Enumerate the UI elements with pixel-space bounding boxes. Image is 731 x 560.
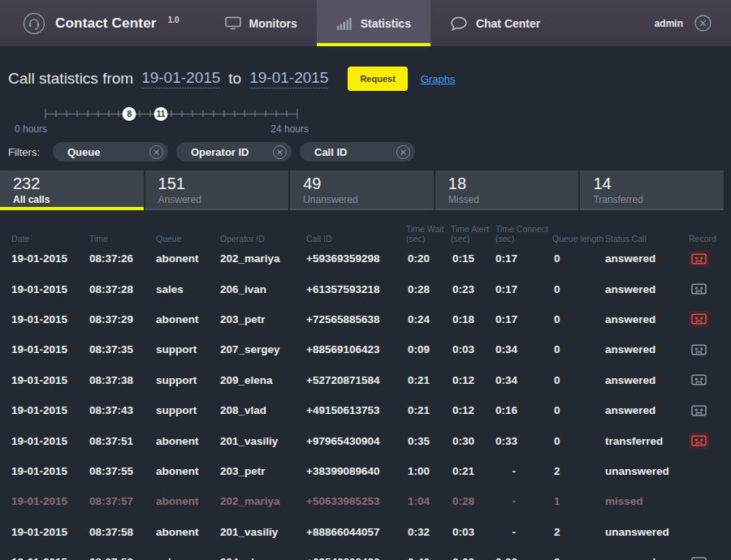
slider-handle-from[interactable]: 8 (123, 107, 136, 121)
cell-time: 08:37:29 (89, 313, 156, 325)
slider-tick (297, 109, 298, 119)
slider-tick (223, 110, 224, 117)
record-cassette-icon[interactable] (689, 342, 709, 358)
cell-operator-id: 202_mariya (220, 495, 306, 507)
card-missed[interactable]: 18 Missed (435, 170, 579, 210)
record-cassette-icon[interactable] (689, 554, 709, 560)
bar-chart-icon (336, 17, 353, 30)
record-cassette-icon[interactable] (689, 433, 709, 449)
card-all-calls[interactable]: 232 All calls (0, 170, 144, 210)
card-unanswered-value: 49 (303, 174, 434, 193)
slider-tick (45, 109, 46, 119)
slider-tick (140, 110, 141, 117)
cell-time-alert: 0:28 (451, 495, 495, 507)
card-transferred-label: Transferred (593, 194, 724, 205)
table-row: 19-01-201508:37:35support207_sergey+8856… (0, 334, 731, 364)
cell-status: answered (605, 313, 689, 325)
cell-time-wait: 0:28 (406, 283, 451, 295)
filter-chip-queue[interactable]: Queue (53, 142, 168, 162)
cell-queue: abonent (156, 313, 220, 325)
date-to-picker[interactable]: 19-01-2015 (249, 69, 328, 88)
slider-track[interactable]: 811 (45, 114, 297, 114)
filter-chip-call-id[interactable]: Call ID (300, 142, 415, 162)
cell-time-alert: 0:03 (451, 526, 495, 538)
table-row: 19-01-201508:37:55abonent203_petr+383990… (0, 456, 731, 486)
column-header-call-id: Call ID (306, 234, 406, 243)
card-unanswered[interactable]: 49 Unanswered (290, 170, 434, 210)
cell-record (689, 554, 720, 560)
date-from-picker[interactable]: 19-01-2015 (141, 69, 220, 88)
record-cassette-icon[interactable] (689, 403, 709, 419)
cell-queue: abonent (156, 252, 220, 265)
slider-tick (287, 110, 288, 117)
cell-call-id: +38399089640 (306, 465, 406, 477)
logout-icon[interactable] (694, 15, 712, 32)
cell-time-alert: 0:03 (451, 556, 495, 560)
record-cassette-icon[interactable] (689, 311, 709, 327)
filters-bar: Filters: Queue Operator ID Call ID (8, 142, 731, 162)
slider-min-label: 0 hours (15, 123, 47, 135)
slider-labels: 0 hours 24 hours (15, 123, 309, 135)
cell-status: answered (605, 252, 689, 265)
table-row: 19-01-201508:37:57abonent202_mariya+5063… (0, 486, 731, 516)
cell-time: 08:37:58 (89, 526, 156, 538)
request-button[interactable]: Request (348, 67, 407, 91)
table-body: 19-01-201508:37:26abonent202_mariya+5936… (0, 243, 731, 560)
tab-monitors[interactable]: Monitors (205, 0, 317, 46)
cell-time-connect: 0:17 (495, 283, 552, 295)
user-area: admin (655, 0, 731, 46)
cell-record (689, 281, 720, 297)
cell-time: 08:37:59 (89, 556, 156, 560)
cell-record (689, 372, 720, 388)
cell-time-connect: - (495, 495, 552, 507)
record-cassette-icon[interactable] (689, 251, 709, 267)
filter-call-id-clear-icon[interactable] (396, 145, 410, 159)
tab-statistics-label: Statistics (361, 17, 411, 30)
column-header-queue-length: Queue length (552, 234, 605, 243)
slider-handle-to[interactable]: 11 (154, 107, 168, 121)
cell-queue: abonent (156, 526, 220, 538)
page-content: Call statistics from 19-01-2015 to 19-01… (0, 67, 731, 560)
card-all-calls-value: 232 (13, 174, 144, 193)
cell-queue: abonent (156, 495, 220, 507)
card-answered-value: 151 (158, 174, 289, 193)
card-answered[interactable]: 151 Answered (145, 170, 289, 210)
cell-date: 19-01-2015 (11, 465, 89, 477)
cell-time: 08:37:57 (89, 495, 156, 507)
cell-status: answered (605, 404, 689, 416)
brand-logo[interactable]: Contact Center 1.0 (0, 0, 191, 46)
cell-time-connect: 0:17 (495, 313, 552, 325)
slider-tick (97, 110, 98, 117)
slider-tick (192, 110, 192, 117)
slider-tick (66, 110, 67, 117)
slider-tick (87, 110, 88, 117)
card-transferred[interactable]: 14 Transferred (580, 170, 724, 210)
cell-time-wait: 1:04 (406, 495, 451, 507)
slider-max-label: 24 hours (270, 123, 309, 135)
slider-tick (108, 110, 109, 117)
tab-chat-center[interactable]: Chat Center (430, 0, 560, 46)
table-header-row: DateTimeQueueOperator IDCall IDTime Wait… (0, 221, 731, 243)
filter-chip-operator-id[interactable]: Operator ID (176, 142, 292, 162)
cell-date: 19-01-2015 (11, 252, 89, 265)
cell-record (689, 311, 720, 327)
cell-queue-length: 0 (552, 313, 605, 325)
cell-operator-id: 208_vlad (220, 404, 306, 416)
slider-tick (255, 110, 256, 117)
chat-bubble-icon (450, 16, 468, 31)
table-row: 19-01-201508:37:43support208_vlad+491506… (0, 395, 731, 425)
slider-tick (276, 110, 277, 117)
filter-operator-id-clear-icon[interactable] (273, 145, 287, 159)
record-cassette-icon[interactable] (689, 281, 709, 297)
column-header-queue: Queue (156, 234, 220, 243)
graphs-link[interactable]: Graphs (421, 73, 456, 85)
cell-time-alert: 0:30 (451, 435, 495, 447)
cell-status: answered (605, 283, 689, 295)
card-all-calls-label: All calls (13, 194, 144, 205)
filter-chip-call-id-label: Call ID (314, 146, 396, 158)
tab-statistics[interactable]: Statistics (317, 0, 430, 46)
cell-time-wait: 0:09 (406, 343, 451, 355)
record-cassette-icon[interactable] (689, 372, 709, 388)
cell-time-alert: 0:23 (451, 283, 495, 295)
filter-queue-clear-icon[interactable] (149, 145, 163, 159)
